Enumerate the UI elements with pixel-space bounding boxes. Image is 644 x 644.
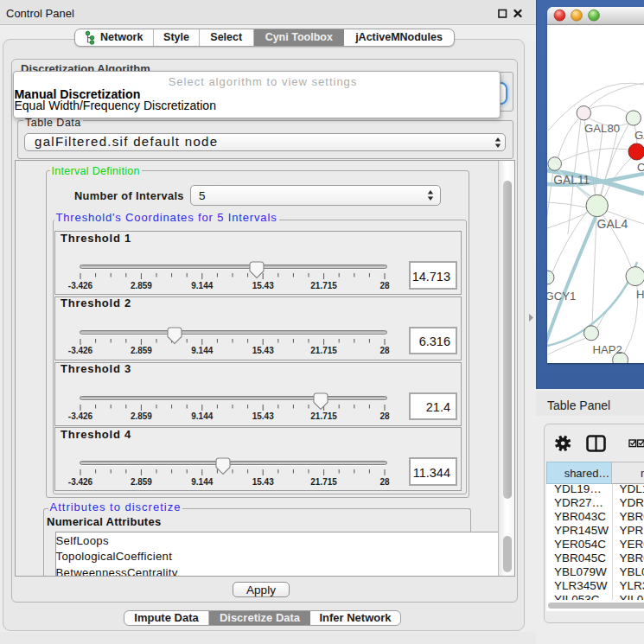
svg-text:GAL80: GAL80 [584, 122, 620, 135]
svg-text:HI: HI [636, 288, 644, 301]
svg-text:GAL11: GAL11 [553, 174, 590, 187]
svg-text:GAL4: GAL4 [597, 217, 628, 231]
svg-text:GCY1: GCY1 [547, 290, 576, 303]
svg-text:GA: GA [634, 129, 644, 142]
svg-text:HAP2: HAP2 [593, 343, 622, 356]
svg-text:C: C [637, 161, 644, 174]
